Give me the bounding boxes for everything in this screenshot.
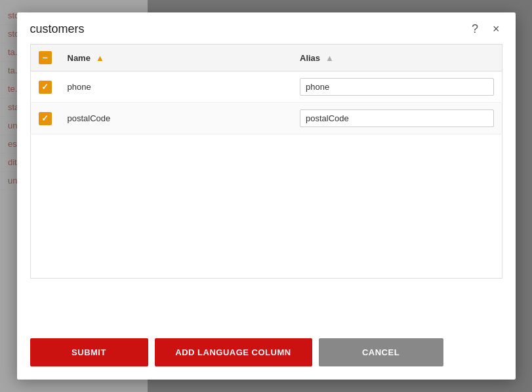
th-alias-label: Alias <box>300 53 320 63</box>
alias-filter-icon[interactable]: ▲ <box>325 53 334 63</box>
row-postalcode-checkbox-cell <box>30 103 60 134</box>
select-all-checkbox[interactable] <box>39 51 52 64</box>
modal-dialog: customers ? × Name ▲ <box>17 12 516 380</box>
submit-button[interactable]: SUBMIT <box>30 338 148 366</box>
modal-body: Name ▲ Alias ▲ <box>17 44 516 328</box>
table-header-row: Name ▲ Alias ▲ <box>30 45 502 71</box>
th-name-label: Name <box>68 53 91 63</box>
th-alias: Alias ▲ <box>292 45 502 71</box>
modal-title: customers <box>30 22 85 36</box>
row-phone-checkbox[interactable] <box>39 81 52 94</box>
table-row: phone <box>30 71 502 103</box>
table-row: postalCode <box>30 103 502 134</box>
row-postalcode-alias-cell <box>292 103 502 134</box>
row-postalcode-name: postalCode <box>60 103 293 134</box>
close-button[interactable]: × <box>490 22 502 36</box>
row-phone-alias-cell <box>292 71 502 103</box>
row-phone-alias-input[interactable] <box>300 78 494 96</box>
table-body: phone postalCode <box>30 71 502 134</box>
row-phone-checkbox-cell <box>30 71 60 103</box>
add-language-column-button[interactable]: ADD LANGUAGE COLUMN <box>155 338 312 366</box>
th-checkbox <box>30 45 60 71</box>
row-phone-name: phone <box>60 71 293 103</box>
modal-header: customers ? × <box>17 12 516 44</box>
name-filter-icon[interactable]: ▲ <box>96 53 104 63</box>
modal-overlay: customers ? × Name ▲ <box>0 0 532 392</box>
help-button[interactable]: ? <box>469 22 481 36</box>
modal-header-icons: ? × <box>469 22 502 36</box>
columns-table: Name ▲ Alias ▲ <box>30 44 502 134</box>
cancel-button[interactable]: CANCEL <box>319 338 443 366</box>
table-empty-area <box>30 134 502 279</box>
row-postalcode-alias-input[interactable] <box>300 109 494 127</box>
th-name: Name ▲ <box>60 45 293 71</box>
modal-footer: SUBMIT ADD LANGUAGE COLUMN CANCEL <box>17 328 516 380</box>
row-postalcode-checkbox[interactable] <box>39 112 52 125</box>
